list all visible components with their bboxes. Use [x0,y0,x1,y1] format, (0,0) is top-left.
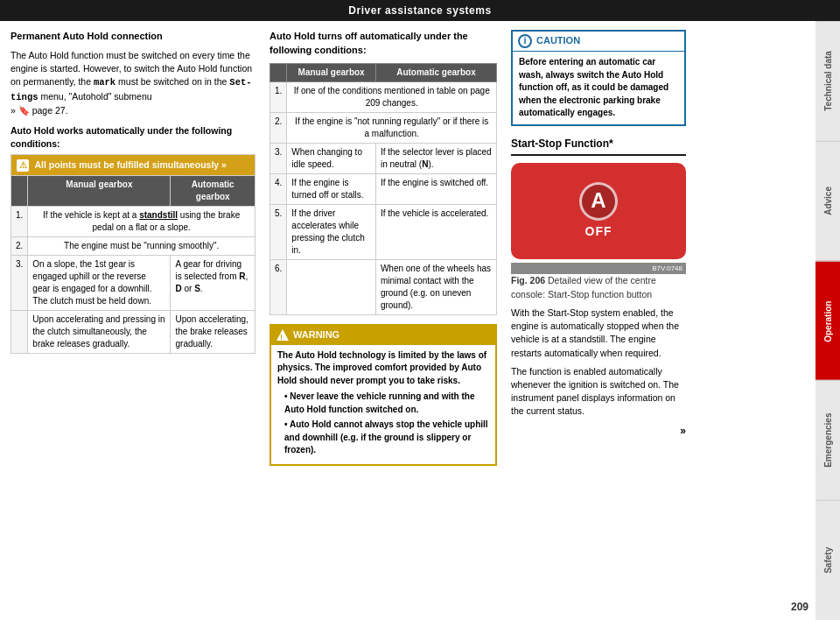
table-row: 2. The engine must be "running smoothly"… [11,237,256,256]
start-stop-section: Start-Stop Function* A OFF B7V:0748 Fig.… [511,137,686,440]
left-para1: The Auto Hold function must be switched … [10,49,256,117]
left-table-title: Auto Hold works automatically under the … [10,124,256,151]
table-row: 5. If the driver accelerates while press… [270,204,497,259]
table-row: 4. If the engine is turned off or stalls… [270,173,497,204]
col2-header: Automatic gearbox [375,63,496,81]
left-column: Permanent Auto Hold connection The Auto … [10,30,256,611]
auto-hold-table: ⚠ All points must be fulfilled simultane… [10,154,256,354]
col1-header: Manual gearbox [287,63,376,81]
warning-content: The Auto Hold technology is limited by t… [271,345,495,464]
table-row: 3. When changing to idle speed. If the s… [270,143,497,173]
warning-triangle-icon [276,329,289,341]
page-number: 209 [791,601,808,613]
mid-title: Auto Hold turns off automatically under … [270,30,497,58]
caution-content: Before entering an automatic car wash, a… [513,52,684,124]
off-label: OFF [585,222,612,240]
warning-box: WARNING The Auto Hold technology is limi… [270,324,497,466]
warning-bullet-1: Never leave the vehicle running and with… [277,391,489,416]
middle-column: Auto Hold turns off automatically under … [270,30,497,611]
start-stop-title: Start-Stop Function* [511,137,686,156]
main-layout: Permanent Auto Hold connection The Auto … [0,21,840,620]
start-stop-image: A OFF [511,163,686,259]
caution-header: i CAUTION [513,32,684,52]
image-code-bar: B7V:0748 [511,263,686,275]
right-column: i CAUTION Before entering an automatic c… [511,30,686,611]
tab-emergencies[interactable]: Emergencies [816,380,840,500]
page-header: Driver assistance systems [0,0,840,21]
fig-caption: Fig. 206 Detailed view of the centre con… [511,274,686,300]
warning-header: WARNING [271,326,495,345]
table-row: 2. If the engine is "not running regular… [270,112,497,143]
table-row: 3. On a slope, the 1st gear is engaged u… [11,256,256,311]
content-area: Permanent Auto Hold connection The Auto … [0,21,816,620]
col2-header: Automatic gearbox [171,176,256,207]
col1-header: Manual gearbox [28,176,171,207]
col-num-header [11,176,28,207]
table-row: Upon accelerating and pressing in the cl… [11,311,256,354]
tab-safety[interactable]: Safety [816,500,840,620]
a-icon: A [579,182,618,221]
header-title: Driver assistance systems [348,4,491,17]
tab-operation[interactable]: Operation [816,261,840,381]
left-title: Permanent Auto Hold connection [10,30,256,44]
start-stop-para1: With the Start-Stop system enabled, the … [511,306,686,360]
table-row: 6. When one of the wheels has minimal co… [270,259,497,314]
table-row: 1. If the vehicle is kept at a standstil… [11,207,256,237]
caution-circle-icon: i [518,34,532,48]
table-warning-header: ⚠ All points must be fulfilled simultane… [11,155,256,176]
tab-advice[interactable]: Advice [816,141,840,261]
table-row: 1. If one of the conditions mentioned in… [270,81,497,112]
chevron-right: » [511,424,686,439]
right-sidebar: Technical data Advice Operation Emergenc… [816,21,840,620]
start-stop-para2: The function is enabled automatically wh… [511,365,686,419]
a-off-display: A OFF [579,182,618,240]
col-num-header [270,63,287,81]
caution-box: i CAUTION Before entering an automatic c… [511,30,686,126]
tab-technical-data[interactable]: Technical data [816,21,840,141]
warning-triangle-icon: ⚠ [17,159,29,172]
warning-bullet-2: Auto Hold cannot always stop the vehicle… [277,419,489,457]
conditions-table: Manual gearbox Automatic gearbox 1. If o… [270,63,497,315]
